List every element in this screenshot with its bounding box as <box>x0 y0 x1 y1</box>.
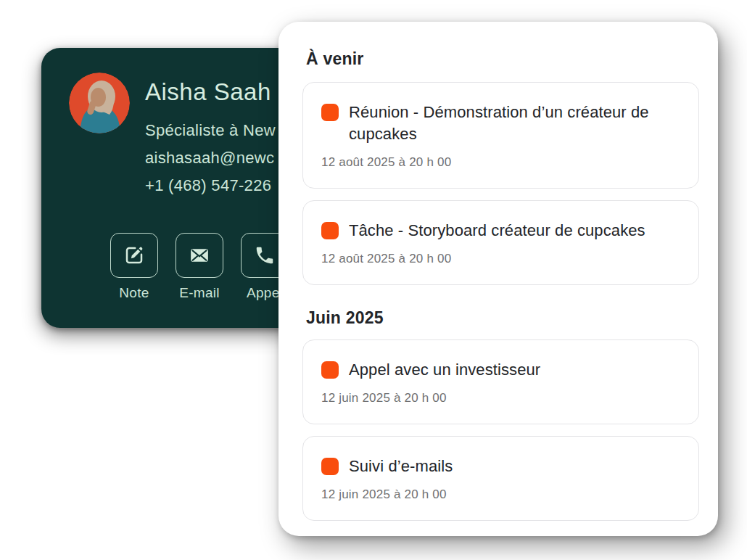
activity-card-task[interactable]: Tâche - Storyboard créateur de cupcakes … <box>302 200 699 285</box>
square-marker-icon <box>321 361 339 379</box>
square-marker-icon <box>321 222 339 239</box>
email-button-frame[interactable] <box>176 233 223 278</box>
email-icon <box>189 244 210 266</box>
activity-title: Suivi d’e-mails <box>349 456 453 477</box>
activity-datetime: 12 août 2025 à 20 h 00 <box>321 252 681 266</box>
activity-datetime: 12 août 2025 à 20 h 00 <box>321 155 681 170</box>
square-marker-icon <box>321 458 339 475</box>
contact-actions: Note E-mail Appel <box>110 233 289 301</box>
phone-icon <box>254 244 276 266</box>
activity-panel: À venir Réunion - Démonstration d’un cré… <box>278 22 718 536</box>
activity-card-call[interactable]: Appel avec un investisseur 12 juin 2025 … <box>302 339 699 424</box>
contact-phone: +1 (468) 547-226 <box>145 176 271 195</box>
square-marker-icon <box>321 104 339 121</box>
email-button[interactable]: E-mail <box>176 233 223 301</box>
email-button-label: E-mail <box>179 285 220 301</box>
activity-datetime: 12 juin 2025 à 20 h 00 <box>321 391 681 405</box>
section-heading-upcoming: À venir <box>306 48 699 70</box>
section-heading-june-2025: Juin 2025 <box>306 307 699 329</box>
person-avatar-icon <box>69 73 130 133</box>
activity-card-email-followup[interactable]: Suivi d’e-mails 12 juin 2025 à 20 h 00 <box>302 436 699 521</box>
avatar <box>69 73 130 133</box>
note-button[interactable]: Note <box>110 233 158 301</box>
contact-email: aishasaah@newc <box>145 149 274 168</box>
note-button-label: Note <box>119 285 149 301</box>
activity-card-meeting[interactable]: Réunion - Démonstration d’un créateur de… <box>302 82 699 189</box>
activity-title: Tâche - Storyboard créateur de cupcakes <box>349 220 645 242</box>
call-button-label: Appel <box>247 285 283 301</box>
activity-title: Appel avec un investisseur <box>349 359 540 381</box>
note-icon <box>123 244 145 266</box>
contact-name: Aisha Saah <box>145 78 271 106</box>
activity-title: Réunion - Démonstration d’un créateur de… <box>349 102 681 145</box>
contact-job-title: Spécialiste à New <box>145 121 276 140</box>
activity-datetime: 12 juin 2025 à 20 h 00 <box>321 487 681 502</box>
note-button-frame[interactable] <box>110 233 158 278</box>
